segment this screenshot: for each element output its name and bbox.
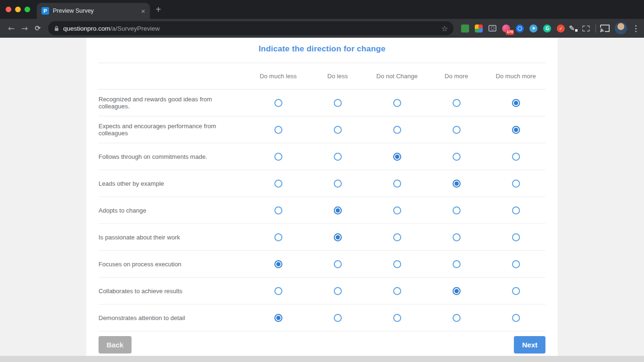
extension-pink-icon[interactable]: 170 (502, 25, 510, 33)
radio-cell (308, 314, 367, 322)
radio-unselected[interactable] (334, 99, 342, 107)
radio-unselected[interactable] (393, 180, 401, 188)
row-label: Leads other by example (99, 180, 248, 187)
radio-cell (427, 153, 486, 161)
radio-cell (308, 206, 367, 214)
questionpro-favicon-icon: P (41, 7, 49, 15)
radio-selected[interactable] (274, 260, 282, 268)
column-header: Do much more (486, 73, 545, 80)
radio-unselected[interactable] (453, 126, 461, 134)
profile-avatar[interactable] (615, 22, 627, 34)
radio-unselected[interactable] (512, 206, 520, 214)
column-header: Do much less (248, 73, 308, 80)
radio-unselected[interactable] (512, 180, 520, 188)
radio-unselected[interactable] (393, 260, 401, 268)
radio-selected[interactable] (393, 153, 401, 161)
radio-unselected[interactable] (334, 314, 342, 322)
row-label: Focuses on process execution (99, 261, 248, 268)
radio-unselected[interactable] (512, 153, 520, 161)
radio-unselected[interactable] (334, 287, 342, 295)
radio-selected[interactable] (334, 233, 342, 241)
back-button[interactable]: Back (99, 336, 132, 354)
radio-selected[interactable] (334, 206, 342, 214)
extension-green-icon[interactable] (461, 25, 469, 33)
back-icon[interactable]: ← (5, 24, 18, 33)
extension-palette-icon[interactable] (475, 25, 483, 33)
radio-unselected[interactable] (512, 233, 520, 241)
radio-unselected[interactable] (453, 99, 461, 107)
radio-unselected[interactable] (453, 153, 461, 161)
extension-blue-icon[interactable] (516, 25, 524, 33)
radio-cell (308, 233, 367, 241)
radio-unselected[interactable] (393, 233, 401, 241)
radio-cell (308, 287, 367, 295)
row-label: Collaborates to achieve results (99, 288, 248, 295)
radio-unselected[interactable] (453, 314, 461, 322)
cast-icon[interactable] (600, 24, 610, 33)
browser-menu-icon[interactable]: ⋮ (632, 24, 639, 33)
radio-unselected[interactable] (393, 206, 401, 214)
radio-unselected[interactable] (393, 126, 401, 134)
radio-unselected[interactable] (274, 153, 282, 161)
radio-selected[interactable] (453, 287, 461, 295)
matrix-row: Follows through on commitments made. (99, 143, 545, 170)
tab-title: Preview Survey (53, 8, 137, 14)
radio-unselected[interactable] (334, 126, 342, 134)
radio-cell (486, 233, 545, 241)
radio-cell (367, 180, 427, 188)
grammarly-extension-icon[interactable]: G (543, 25, 551, 33)
bookmark-star-icon[interactable]: ☆ (441, 24, 448, 33)
radio-unselected[interactable] (453, 206, 461, 214)
radio-unselected[interactable] (453, 233, 461, 241)
column-header: Do more (427, 73, 486, 80)
extension-lightblue-icon[interactable] (529, 25, 537, 33)
row-label: Is passionate about their work (99, 234, 248, 241)
matrix-row: Focuses on process execution (99, 251, 545, 278)
radio-cell (308, 180, 367, 188)
radio-cell (367, 314, 427, 322)
zoom-window-button[interactable] (25, 7, 30, 12)
radio-cell (486, 287, 545, 295)
pen-tool-icon[interactable]: ✎ (569, 24, 578, 33)
radio-unselected[interactable] (453, 260, 461, 268)
radio-unselected[interactable] (274, 233, 282, 241)
radio-unselected[interactable] (274, 126, 282, 134)
radio-cell (367, 99, 427, 107)
radio-unselected[interactable] (274, 99, 282, 107)
radio-unselected[interactable] (512, 287, 520, 295)
close-window-button[interactable] (6, 7, 11, 12)
matrix-header-row: Do much lessDo lessDo not ChangeDo moreD… (99, 63, 545, 90)
browser-tab[interactable]: P Preview Survey × (37, 3, 150, 19)
radio-unselected[interactable] (274, 206, 282, 214)
minimize-window-button[interactable] (15, 7, 21, 12)
radio-selected[interactable] (512, 99, 520, 107)
radio-unselected[interactable] (334, 153, 342, 161)
radio-unselected[interactable] (274, 287, 282, 295)
address-bar[interactable]: questionpro.com/a/SurveyPreview ☆ (48, 21, 454, 35)
camera-extension-icon[interactable] (488, 25, 496, 32)
radio-cell (427, 206, 486, 214)
radio-cell (308, 153, 367, 161)
radio-unselected[interactable] (274, 180, 282, 188)
new-tab-button[interactable]: + (156, 5, 161, 14)
extension-count-badge: 170 (506, 30, 514, 35)
reload-icon[interactable]: ⟳ (31, 24, 44, 33)
radio-selected[interactable] (453, 180, 461, 188)
radio-cell (486, 99, 545, 107)
radio-unselected[interactable] (512, 314, 520, 322)
tab-close-icon[interactable]: × (141, 8, 145, 15)
radio-selected[interactable] (512, 126, 520, 134)
next-button[interactable]: Next (514, 336, 545, 354)
radio-unselected[interactable] (393, 287, 401, 295)
radio-selected[interactable] (274, 314, 282, 322)
radio-unselected[interactable] (393, 314, 401, 322)
radio-cell (427, 180, 486, 188)
capture-region-icon[interactable] (582, 25, 590, 32)
radio-unselected[interactable] (393, 99, 401, 107)
radio-cell (248, 260, 308, 268)
radio-unselected[interactable] (512, 260, 520, 268)
radio-unselected[interactable] (334, 180, 342, 188)
forward-icon[interactable]: → (18, 24, 31, 33)
extension-red-icon[interactable]: ✓ (557, 25, 565, 33)
radio-unselected[interactable] (334, 260, 342, 268)
